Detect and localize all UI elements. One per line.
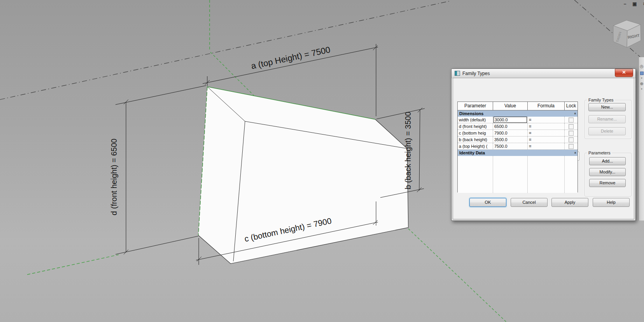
dimension-d[interactable]: d (front height) = 6500 <box>110 86 206 254</box>
value-cell[interactable]: 7500.0 <box>493 143 528 149</box>
section-label: Dimensions <box>459 111 483 116</box>
restore-button[interactable]: ▣ <box>631 1 638 7</box>
mini-viewcube-icon[interactable] <box>640 72 644 75</box>
table-header-row: Parameter Value Formula Lock <box>458 102 578 110</box>
minimize-button[interactable]: – <box>621 1 628 7</box>
rename-button[interactable]: Rename... <box>588 115 626 123</box>
family-types-dialog: Family Types ✕ Name: ▾ Parameter Value F… <box>451 68 636 221</box>
parameter-name: b (back height) <box>458 136 493 143</box>
formula-cell[interactable]: = <box>528 130 565 136</box>
parameter-name: c (bottom heig <box>458 130 493 136</box>
table-row[interactable]: d (front height) 6500.0 = <box>458 123 578 130</box>
dialog-close-button[interactable]: ✕ <box>615 69 633 77</box>
column-header-formula[interactable]: Formula <box>528 102 565 110</box>
parameter-table: Parameter Value Formula Lock Dimensions … <box>457 102 578 192</box>
table-row[interactable]: c (bottom heig 7900.0 = <box>458 130 578 136</box>
lock-checkbox[interactable] <box>569 117 574 122</box>
formula-cell[interactable]: = <box>528 123 565 130</box>
table-row[interactable]: a (top Height) ( 7500.0 = <box>458 143 578 150</box>
lock-checkbox[interactable] <box>569 144 574 149</box>
dialog-titlebar[interactable]: Family Types <box>452 69 635 78</box>
navigation-bar[interactable]: ◎ ▾ ⊕ ▾ <box>639 57 644 220</box>
dialog-icon <box>455 71 460 76</box>
value-cell[interactable]: 3500.0 <box>493 136 528 143</box>
lock-checkbox[interactable] <box>569 137 574 142</box>
group-label: Parameters <box>587 150 612 155</box>
lock-cell <box>565 123 578 130</box>
lock-checkbox[interactable] <box>569 131 574 136</box>
new-button[interactable]: New... <box>588 103 626 111</box>
lock-checkbox[interactable] <box>569 124 574 129</box>
formula-cell[interactable]: = <box>528 136 565 143</box>
dimension-label-b[interactable]: b (back height) = 3500 <box>404 112 412 189</box>
dialog-title: Family Types <box>462 71 490 76</box>
apply-button[interactable]: Apply <box>551 198 588 207</box>
column-header-lock[interactable]: Lock <box>565 102 578 110</box>
value-cell[interactable]: 3000.0 <box>493 117 528 123</box>
add-button[interactable]: Add... <box>589 157 626 165</box>
parameter-name: d (front height) <box>458 123 493 130</box>
help-button[interactable]: Help <box>593 198 630 207</box>
modify-button[interactable]: Modify... <box>589 168 626 176</box>
green-reference-left[interactable] <box>27 255 119 275</box>
table-row[interactable]: b (back height) 3500.0 = <box>458 136 578 143</box>
viewcube[interactable]: RIGHT FRONT <box>613 20 641 47</box>
window-controls: – ▣ × <box>621 1 644 7</box>
value-cell[interactable]: 6500.0 <box>493 123 528 130</box>
steering-wheel-icon[interactable]: ◎ <box>640 64 644 68</box>
value-cell[interactable]: 7900.0 <box>493 130 528 136</box>
close-window-button[interactable]: × <box>641 1 644 7</box>
value-edit-field[interactable]: 3000.0 <box>494 117 527 123</box>
mass-geometry[interactable] <box>198 87 408 264</box>
dimension-label-a[interactable]: a (top Height) = 7500 <box>250 45 331 71</box>
cancel-button[interactable]: Cancel <box>511 198 548 207</box>
expand-chevron-icon[interactable]: » <box>573 152 577 154</box>
lock-cell <box>565 143 578 149</box>
mass-silhouette[interactable] <box>198 87 408 264</box>
group-label: Family Types <box>587 98 615 102</box>
table-empty-area <box>458 156 578 193</box>
parameter-name: a (top Height) ( <box>458 143 493 149</box>
parameter-name: width (default) <box>458 117 493 123</box>
lock-cell <box>565 136 578 143</box>
collapse-chevron-icon[interactable]: « <box>573 112 577 114</box>
section-header-dimensions[interactable]: Dimensions « <box>458 110 578 117</box>
reference-plane-line[interactable] <box>0 1 451 100</box>
dimension-label-d[interactable]: d (front height) = 6500 <box>110 138 118 215</box>
chevron-down-icon[interactable]: ▾ <box>641 88 642 90</box>
zoom-tool-icon[interactable]: ⊕ <box>640 82 643 86</box>
revit-3d-view-window: a (top Height) = 7500 d (front height) =… <box>0 0 644 322</box>
column-header-value[interactable]: Value <box>493 102 528 110</box>
chevron-down-icon[interactable]: ▾ <box>641 77 642 79</box>
lock-cell <box>565 130 578 136</box>
delete-button[interactable]: Delete <box>588 127 626 135</box>
formula-cell[interactable]: = <box>528 117 565 123</box>
column-header-parameter[interactable]: Parameter <box>458 102 493 110</box>
lock-cell <box>565 117 578 123</box>
table-row[interactable]: width (default) 3000.0 = <box>458 117 578 123</box>
section-header-identity-data[interactable]: Identity Data » <box>458 150 578 156</box>
green-reference-slant-lower[interactable] <box>408 229 506 322</box>
ok-button[interactable]: OK <box>469 198 506 207</box>
section-label: Identity Data <box>459 150 485 155</box>
remove-button[interactable]: Remove <box>589 179 626 187</box>
formula-cell[interactable]: = <box>528 143 565 149</box>
